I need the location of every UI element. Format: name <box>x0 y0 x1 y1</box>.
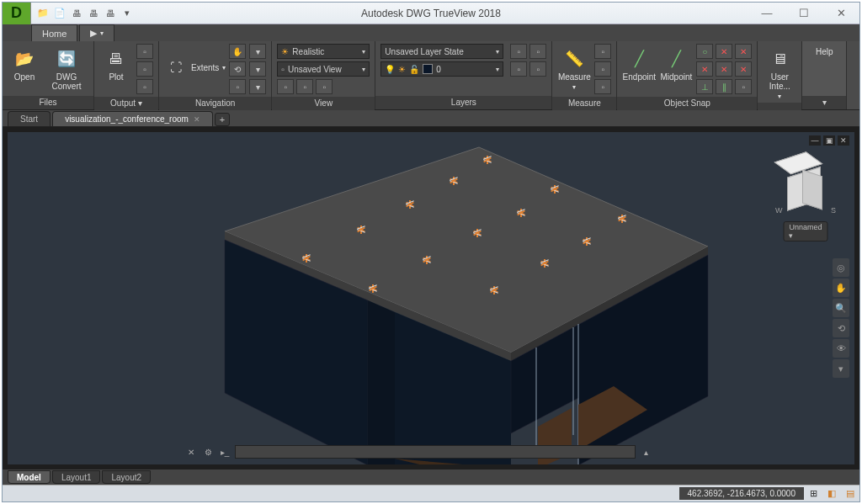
nav-mini-5[interactable]: ▾ <box>249 61 266 77</box>
close-button[interactable]: ✕ <box>822 3 859 24</box>
qat-print2-icon[interactable]: 🖶 <box>87 7 100 20</box>
tab-model[interactable]: Model <box>8 470 51 484</box>
file-tab-active[interactable]: visualization_-_conference_room✕ <box>52 111 213 126</box>
status-icon-1[interactable]: ⊞ <box>806 487 821 501</box>
layer-mini-4[interactable]: ▫ <box>529 61 546 77</box>
osnap-4[interactable]: ✕ <box>696 61 713 77</box>
open-button[interactable]: 📂Open <box>8 44 41 82</box>
dwg-convert-button[interactable]: 🔄DWG Convert <box>45 44 88 91</box>
osnap-9[interactable]: ▫ <box>735 79 752 94</box>
titlebar: D 📁 📄 🖶 🖶 🖶 ▾ Autodesk DWG TrueView 2018… <box>3 3 859 24</box>
osnap-8[interactable]: ∥ <box>716 79 732 94</box>
layer-mini-3[interactable]: ▫ <box>510 61 527 77</box>
view-mini-2[interactable]: ▫ <box>296 79 313 94</box>
panel-layers: Unsaved Layer State▾ 💡☀🔓0▾ ▫▫ ▫▫ Layers <box>375 41 552 109</box>
close-tab-icon[interactable]: ✕ <box>194 115 200 124</box>
minimize-button[interactable]: — <box>748 3 785 24</box>
nav-zoom-icon[interactable]: 🔍 <box>833 299 849 317</box>
qat-dropdown-icon[interactable]: ▾ <box>120 7 134 20</box>
output-mini-2[interactable]: ▫ <box>136 61 153 77</box>
file-tab-start[interactable]: Start <box>8 111 51 126</box>
nav-more-icon[interactable]: ▾ <box>833 359 849 378</box>
measure-button[interactable]: 📏Measure▾ <box>557 44 591 91</box>
panel-label-osnap: Object Snap <box>617 97 757 110</box>
tab-play[interactable]: ▶▾ <box>79 24 114 41</box>
convert-icon: 🔄 <box>55 47 78 71</box>
vp-minimize-icon[interactable]: — <box>809 135 821 146</box>
qat-open-icon[interactable]: 📁 <box>36 7 50 20</box>
nav-pan-icon[interactable]: ✋ <box>833 279 849 297</box>
light-marker <box>536 257 553 270</box>
folder-open-icon: 📂 <box>13 47 36 71</box>
visual-style-dropdown[interactable]: ☀Realistic▾ <box>277 44 370 59</box>
status-icon-2[interactable]: ◧ <box>824 487 839 501</box>
view-mini-1[interactable]: ▫ <box>277 79 294 94</box>
qat-print-icon[interactable]: 🖶 <box>70 7 83 20</box>
nav-wheel-icon[interactable]: ◎ <box>833 258 849 277</box>
viewcube[interactable]: WS Unnamed ▾ <box>772 166 839 241</box>
vp-restore-icon[interactable]: ▣ <box>823 135 835 146</box>
tab-layout1[interactable]: Layout1 <box>52 470 101 484</box>
panel-label-help[interactable]: ▾ <box>802 96 846 109</box>
cmd-settings-icon[interactable]: ⚙ <box>201 445 215 459</box>
layer-mini-1[interactable]: ▫ <box>510 44 527 59</box>
tab-home[interactable]: Home <box>31 24 77 41</box>
osnap-6[interactable]: ✕ <box>735 61 752 77</box>
panel-label-output: Output ▾ <box>94 97 158 110</box>
viewcube-label[interactable]: Unnamed ▾ <box>783 221 827 241</box>
cmd-close-icon[interactable]: ✕ <box>184 445 198 459</box>
panel-help: Help ▾ <box>802 41 847 109</box>
panel-label-files: Files <box>3 96 93 109</box>
cmd-expand-icon[interactable]: ▴ <box>639 445 652 459</box>
endpoint-button[interactable]: ╱Endpoint <box>622 44 656 82</box>
ribbon: 📂Open 🔄DWG Convert Files 🖶Plot ▫ ▫ ▫ Out… <box>3 41 859 110</box>
orbit-button[interactable]: ⟲ <box>229 61 246 77</box>
user-interface-button[interactable]: 🖥User Inte...▾ <box>763 44 796 100</box>
measure-mini-3[interactable]: ▫ <box>594 79 611 94</box>
panel-measure: 📏Measure▾ ▫ ▫ ▫ Measure <box>552 41 617 109</box>
nav-look-icon[interactable]: 👁 <box>833 339 849 358</box>
help-button[interactable]: Help <box>807 44 841 56</box>
plot-button[interactable]: 🖶Plot <box>99 44 133 82</box>
osnap-5[interactable]: ✕ <box>716 61 732 77</box>
nav-mini-4[interactable]: ▾ <box>249 44 266 59</box>
extents-button[interactable]: ⛶Extents▾ <box>164 44 226 79</box>
light-marker <box>364 282 381 295</box>
command-input[interactable] <box>235 445 636 459</box>
panel-ui: 🖥User Inte...▾ <box>758 41 802 109</box>
status-icon-3[interactable]: ▤ <box>843 487 858 501</box>
view-preset-dropdown[interactable]: ▫Unsaved View▾ <box>277 61 370 77</box>
osnap-2[interactable]: ✕ <box>716 44 732 59</box>
nav-orbit-icon[interactable]: ⟲ <box>833 319 849 337</box>
pan-button[interactable]: ✋ <box>229 44 246 59</box>
layer-mini-2[interactable]: ▫ <box>529 44 546 59</box>
qat-print3-icon[interactable]: 🖶 <box>104 7 117 20</box>
output-mini-3[interactable]: ▫ <box>136 79 153 94</box>
qat-save-icon[interactable]: 📄 <box>53 7 67 20</box>
panel-view: ☀Realistic▾ ▫Unsaved View▾ ▫ ▫ ▫ View <box>272 41 375 109</box>
midpoint-button[interactable]: ╱Midpoint <box>659 44 693 82</box>
panel-label-view: View <box>272 97 375 110</box>
status-bar: 462.3692, -216.4673, 0.0000 ⊞ ◧ ▤ <box>3 485 859 501</box>
vp-close-icon[interactable]: ✕ <box>838 135 849 146</box>
panel-navigation: ⛶Extents▾ ✋ ⟲ ▫ ▾ ▾ ▾ Navigation <box>159 41 272 109</box>
light-marker <box>513 206 529 220</box>
current-layer-dropdown[interactable]: 💡☀🔓0▾ <box>380 61 503 77</box>
measure-mini-1[interactable]: ▫ <box>594 44 611 59</box>
tab-layout2[interactable]: Layout2 <box>102 470 151 484</box>
cmd-prompt-icon: ▸_ <box>218 445 231 459</box>
osnap-1[interactable]: ○ <box>696 44 713 59</box>
layer-state-dropdown[interactable]: Unsaved Layer State▾ <box>380 44 503 59</box>
layout-tabs: Model Layout1 Layout2 <box>3 470 859 485</box>
osnap-7[interactable]: ⊥ <box>696 79 713 94</box>
nav-mini-6[interactable]: ▾ <box>249 79 266 94</box>
app-logo[interactable]: D <box>3 3 31 24</box>
view-mini-3[interactable]: ▫ <box>316 79 333 94</box>
osnap-3[interactable]: ✕ <box>735 44 752 59</box>
output-mini-1[interactable]: ▫ <box>136 44 153 59</box>
nav-mini-3[interactable]: ▫ <box>229 79 246 94</box>
viewport-3d[interactable]: — ▣ ✕ <box>8 132 854 464</box>
maximize-button[interactable]: ☐ <box>785 3 822 24</box>
add-tab-button[interactable]: + <box>215 113 230 126</box>
measure-mini-2[interactable]: ▫ <box>594 61 611 77</box>
